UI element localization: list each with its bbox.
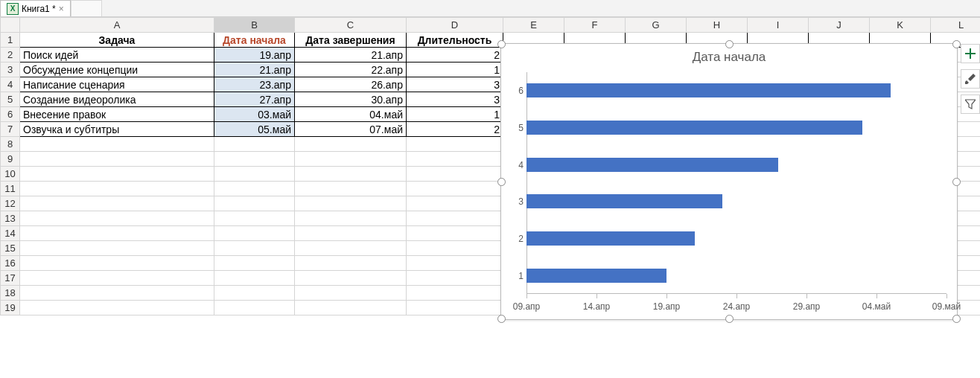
cell-A13[interactable]	[20, 211, 214, 226]
chart-styles-button[interactable]	[961, 69, 980, 89]
cell-D4[interactable]: 3	[407, 77, 503, 92]
cell-C11[interactable]	[295, 182, 407, 196]
close-icon[interactable]: ×	[59, 4, 64, 14]
row-header-4[interactable]: 4	[1, 77, 20, 92]
cell-D17[interactable]	[407, 271, 503, 286]
select-all-corner[interactable]	[1, 18, 20, 33]
cell-D19[interactable]	[407, 301, 503, 315]
row-header-7[interactable]: 7	[1, 122, 20, 137]
row-header-8[interactable]: 8	[1, 137, 20, 152]
cell-B15[interactable]	[214, 241, 295, 256]
row-header-13[interactable]: 13	[1, 211, 20, 226]
column-header-H[interactable]: H	[687, 18, 748, 33]
chart-bar[interactable]	[526, 158, 778, 172]
cell-A5[interactable]: Создание видеоролика	[20, 92, 214, 107]
cell-D13[interactable]	[407, 211, 503, 226]
column-header-J[interactable]: J	[809, 18, 870, 33]
row-header-15[interactable]: 15	[1, 241, 20, 256]
cell-D6[interactable]: 1	[407, 107, 503, 122]
row-header-3[interactable]: 3	[1, 63, 20, 77]
cell-D8[interactable]	[407, 137, 503, 152]
cell-B19[interactable]	[214, 301, 295, 315]
cell-C6[interactable]: 04.май	[295, 107, 407, 122]
cell-C18[interactable]	[295, 286, 407, 301]
cell-A12[interactable]	[20, 196, 214, 211]
cell-D5[interactable]: 3	[407, 92, 503, 107]
resize-handle[interactable]	[497, 178, 506, 186]
cell-B1[interactable]: Дата начала	[214, 33, 295, 48]
cell-A14[interactable]	[20, 226, 214, 241]
chart-filter-button[interactable]	[961, 94, 980, 114]
row-header-19[interactable]: 19	[1, 301, 20, 315]
cell-D9[interactable]	[407, 152, 503, 167]
cell-B4[interactable]: 23.апр	[214, 77, 295, 92]
cell-D11[interactable]	[407, 182, 503, 196]
column-header-E[interactable]: E	[503, 18, 564, 33]
row-header-6[interactable]: 6	[1, 107, 20, 122]
cell-C3[interactable]: 22.апр	[295, 63, 407, 77]
cell-A7[interactable]: Озвучка и субтитры	[20, 122, 214, 137]
cell-D15[interactable]	[407, 241, 503, 256]
cell-C19[interactable]	[295, 301, 407, 315]
cell-B2[interactable]: 19.апр	[214, 48, 295, 63]
cell-A3[interactable]: Обсуждение концепции	[20, 63, 214, 77]
cell-B18[interactable]	[214, 286, 295, 301]
cell-A18[interactable]	[20, 286, 214, 301]
chart-bar[interactable]	[526, 194, 722, 208]
row-header-10[interactable]: 10	[1, 167, 20, 182]
resize-handle[interactable]	[952, 40, 961, 48]
cell-C16[interactable]	[295, 256, 407, 271]
cell-C13[interactable]	[295, 211, 407, 226]
cell-C4[interactable]: 26.апр	[295, 77, 407, 92]
cell-A19[interactable]	[20, 301, 214, 315]
chart-bar[interactable]	[526, 269, 666, 283]
cell-A11[interactable]	[20, 182, 214, 196]
cell-C7[interactable]: 07.май	[295, 122, 407, 137]
cell-C5[interactable]: 30.апр	[295, 92, 407, 107]
cell-C17[interactable]	[295, 271, 407, 286]
column-header-B[interactable]: B	[214, 18, 295, 33]
cell-B8[interactable]	[214, 137, 295, 152]
cell-A4[interactable]: Написание сценария	[20, 77, 214, 92]
cell-B6[interactable]: 03.май	[214, 107, 295, 122]
cell-C12[interactable]	[295, 196, 407, 211]
cell-D7[interactable]: 2	[407, 122, 503, 137]
resize-handle[interactable]	[725, 40, 734, 48]
chart-bar[interactable]	[526, 83, 891, 97]
resize-handle[interactable]	[725, 315, 734, 323]
cell-A17[interactable]	[20, 271, 214, 286]
cell-C10[interactable]	[295, 167, 407, 182]
row-header-16[interactable]: 16	[1, 256, 20, 271]
column-header-A[interactable]: A	[20, 18, 214, 33]
resize-handle[interactable]	[952, 315, 961, 323]
cell-D3[interactable]: 1	[407, 63, 503, 77]
cell-B14[interactable]	[214, 226, 295, 241]
cell-D2[interactable]: 2	[407, 48, 503, 63]
column-header-G[interactable]: G	[626, 18, 687, 33]
cell-C9[interactable]	[295, 152, 407, 167]
column-header-K[interactable]: K	[870, 18, 931, 33]
cell-C14[interactable]	[295, 226, 407, 241]
chart-add-element-button[interactable]	[961, 44, 980, 63]
cell-D18[interactable]	[407, 286, 503, 301]
cell-B3[interactable]: 21.апр	[214, 63, 295, 77]
row-header-11[interactable]: 11	[1, 182, 20, 196]
column-header-C[interactable]: C	[295, 18, 407, 33]
cell-C15[interactable]	[295, 241, 407, 256]
cell-D1[interactable]: Длительность	[407, 33, 503, 48]
cell-C1[interactable]: Дата завершения	[295, 33, 407, 48]
cell-D14[interactable]	[407, 226, 503, 241]
resize-handle[interactable]	[952, 178, 961, 186]
column-header-L[interactable]: L	[931, 18, 981, 33]
resize-handle[interactable]	[497, 315, 506, 323]
chart-object[interactable]: Дата начала 09.апр14.апр19.апр24.апр29.а…	[500, 43, 958, 320]
cell-A10[interactable]	[20, 167, 214, 182]
cell-A16[interactable]	[20, 256, 214, 271]
chart-bar[interactable]	[526, 231, 695, 246]
column-header-I[interactable]: I	[748, 18, 809, 33]
cell-B5[interactable]: 27.апр	[214, 92, 295, 107]
cell-A1[interactable]: Задача	[20, 33, 214, 48]
sheet-tab-add[interactable]	[71, 0, 102, 16]
cell-A15[interactable]	[20, 241, 214, 256]
chart-bar[interactable]	[526, 121, 862, 135]
